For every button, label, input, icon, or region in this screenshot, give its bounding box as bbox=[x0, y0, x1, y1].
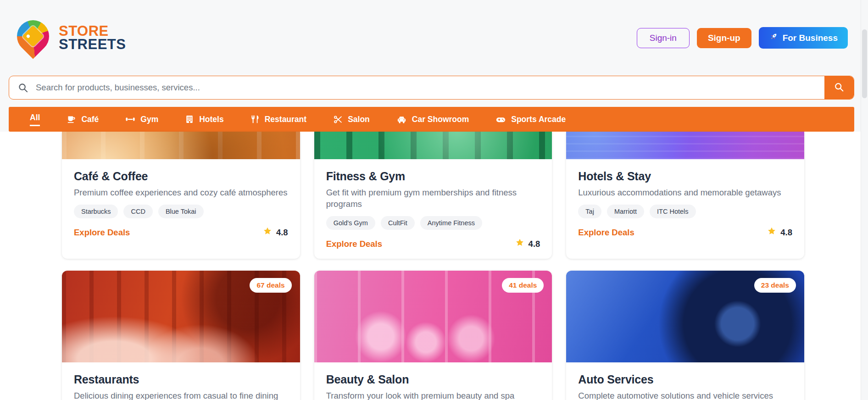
brand-logo[interactable]: STORE STREETS bbox=[16, 18, 126, 58]
category-cards-section: Café & Coffee Premium coffee experiences… bbox=[0, 132, 868, 400]
tag-pill: CultFit bbox=[381, 216, 415, 230]
tag-pill: Anytime Fitness bbox=[420, 216, 482, 230]
coffee-icon bbox=[67, 115, 76, 124]
star-icon bbox=[515, 238, 524, 250]
scissors-icon bbox=[333, 115, 343, 124]
explore-deals-link[interactable]: Explore Deals bbox=[578, 228, 634, 238]
search-submit-icon bbox=[834, 82, 844, 94]
search-input[interactable] bbox=[36, 83, 824, 93]
search-bar bbox=[9, 76, 854, 100]
star-icon bbox=[263, 227, 272, 238]
nav-item-salon[interactable]: Salon bbox=[333, 115, 370, 124]
card-image-cafe[interactable] bbox=[62, 132, 300, 159]
card-title: Restaurants bbox=[74, 372, 288, 386]
tag-pill: Marriott bbox=[607, 205, 644, 218]
tag-pill: ITC Hotels bbox=[650, 205, 696, 218]
card-title: Auto Services bbox=[578, 372, 792, 386]
deals-count-badge: 67 deals bbox=[250, 278, 291, 293]
brand-name: STORE STREETS bbox=[59, 25, 126, 51]
card-image-gym[interactable] bbox=[314, 132, 552, 159]
search-icon bbox=[18, 83, 28, 93]
deals-count-badge: 41 deals bbox=[502, 278, 544, 293]
nav-item-cafe[interactable]: Café bbox=[67, 115, 99, 124]
explore-deals-link[interactable]: Explore Deals bbox=[326, 239, 382, 249]
gamepad-icon bbox=[495, 114, 506, 125]
for-business-button[interactable]: For Business bbox=[759, 27, 848, 49]
signin-button[interactable]: Sign-in bbox=[637, 28, 690, 48]
star-icon bbox=[767, 227, 776, 238]
card-description: Premium coffee experiences and cozy café… bbox=[74, 187, 288, 198]
category-grid: Café & Coffee Premium coffee experiences… bbox=[62, 132, 804, 400]
brand-name-line2: STREETS bbox=[59, 38, 126, 51]
tag-pill: CCD bbox=[123, 205, 152, 218]
explore-deals-link[interactable]: Explore Deals bbox=[74, 228, 130, 238]
category-card-restaurants[interactable]: 67 deals Restaurants Delicious dining ex… bbox=[62, 271, 300, 400]
category-nav: All Café Gym Hotels Restaurant bbox=[9, 107, 854, 132]
nav-item-restaurant[interactable]: Restaurant bbox=[250, 115, 306, 124]
card-description: Delicious dining experiences from casual… bbox=[74, 390, 288, 400]
header: STORE STREETS Sign-in Sign-up For Busine… bbox=[9, 0, 854, 76]
card-tags: Gold's Gym CultFit Anytime Fitness bbox=[326, 216, 540, 230]
card-title: Beauty & Salon bbox=[326, 372, 540, 386]
nav-item-all[interactable]: All bbox=[30, 113, 40, 126]
card-image-beauty-salon[interactable]: 41 deals bbox=[314, 271, 552, 362]
nav-item-gym[interactable]: Gym bbox=[125, 114, 158, 124]
card-title: Café & Coffee bbox=[74, 169, 288, 183]
tag-pill: Starbucks bbox=[74, 205, 118, 218]
for-business-label: For Business bbox=[783, 33, 838, 43]
tag-pill: Gold's Gym bbox=[326, 216, 375, 230]
utensils-icon bbox=[250, 115, 260, 124]
rating-value: 4.8 bbox=[276, 228, 288, 238]
card-rating: 4.8 bbox=[767, 227, 792, 238]
category-card-auto-services[interactable]: 23 deals Auto Services Complete automoti… bbox=[566, 271, 804, 400]
card-tags: Taj Marriott ITC Hotels bbox=[578, 205, 792, 218]
rocket-icon bbox=[769, 32, 778, 44]
dumbbell-icon bbox=[125, 114, 135, 124]
category-card-hotels[interactable]: Hotels & Stay Luxurious accommodations a… bbox=[566, 132, 804, 259]
card-description: Luxurious accommodations and memorable g… bbox=[578, 187, 792, 198]
category-card-beauty-salon[interactable]: 41 deals Beauty & Salon Transform your l… bbox=[314, 271, 552, 400]
header-band: STORE STREETS Sign-in Sign-up For Busine… bbox=[0, 0, 868, 132]
card-title: Hotels & Stay bbox=[578, 169, 792, 183]
card-title: Fitness & Gym bbox=[326, 169, 540, 183]
rating-value: 4.8 bbox=[529, 239, 540, 249]
deals-count-badge: 23 deals bbox=[754, 278, 796, 293]
scrollbar[interactable] bbox=[861, 0, 868, 400]
card-image-restaurants[interactable]: 67 deals bbox=[62, 271, 300, 362]
scrollbar-thumb[interactable] bbox=[862, 29, 867, 98]
card-description: Complete automotive solutions and vehicl… bbox=[578, 390, 792, 400]
car-icon bbox=[396, 114, 407, 125]
rating-value: 4.8 bbox=[780, 228, 792, 238]
card-description: Get fit with premium gym memberships and… bbox=[326, 187, 540, 210]
building-icon bbox=[185, 115, 194, 124]
card-tags: Starbucks CCD Blue Tokai bbox=[74, 205, 288, 218]
brand-pin-icon bbox=[16, 18, 51, 58]
header-actions: Sign-in Sign-up For Business bbox=[637, 27, 848, 49]
card-image-auto-services[interactable]: 23 deals bbox=[566, 271, 804, 362]
card-description: Transform your look with premium beauty … bbox=[326, 390, 540, 400]
nav-item-car-showroom[interactable]: Car Showroom bbox=[396, 114, 469, 125]
search-submit-button[interactable] bbox=[824, 76, 854, 100]
card-rating: 4.8 bbox=[515, 238, 540, 250]
category-card-cafe[interactable]: Café & Coffee Premium coffee experiences… bbox=[62, 132, 300, 259]
signup-button[interactable]: Sign-up bbox=[697, 28, 751, 48]
card-rating: 4.8 bbox=[263, 227, 288, 238]
nav-item-hotels[interactable]: Hotels bbox=[185, 115, 223, 124]
tag-pill: Blue Tokai bbox=[158, 205, 204, 218]
tag-pill: Taj bbox=[578, 205, 601, 218]
nav-item-sports-arcade[interactable]: Sports Arcade bbox=[495, 114, 566, 125]
card-image-hotels[interactable] bbox=[566, 132, 804, 159]
category-card-gym[interactable]: Fitness & Gym Get fit with premium gym m… bbox=[314, 132, 552, 259]
